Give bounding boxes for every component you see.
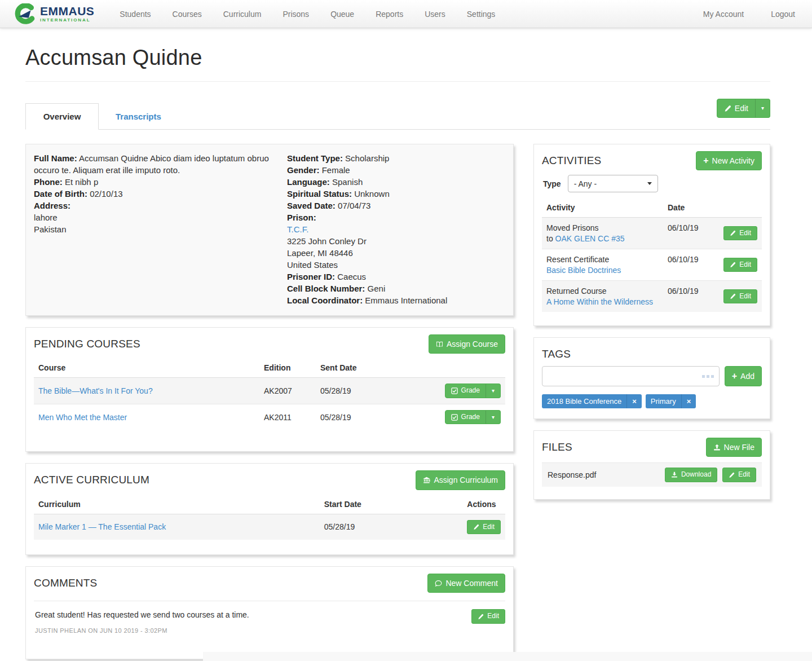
new-activity-label: New Activity xyxy=(712,156,754,166)
activities-panel: ACTIVITIES + New Activity Type - Any - xyxy=(533,144,770,326)
tags-panel: TAGS + Add 2018 Bible Conference × xyxy=(533,337,770,419)
files-panel: FILES New File Response.pdf xyxy=(533,430,770,500)
field-label-gender: Gender: xyxy=(287,165,320,175)
nav-item-queue[interactable]: Queue xyxy=(320,10,365,19)
grade-dropdown-toggle[interactable]: ▾ xyxy=(486,384,501,398)
files-title: FILES xyxy=(542,441,572,453)
prison-address-street: 3225 John Conley Dr xyxy=(287,236,367,246)
grade-label: Grade xyxy=(461,386,480,395)
course-link[interactable]: The Bible—What's In It For You? xyxy=(38,386,153,395)
activity-detail-link[interactable]: OAK GLEN CC #35 xyxy=(555,234,625,243)
pending-course-row: The Bible—What's In It For You? AK2007 0… xyxy=(34,378,505,404)
footer-edge xyxy=(203,652,812,661)
pending-courses-title: PENDING COURSES xyxy=(34,338,140,350)
field-value-prisoner-id: Caecus xyxy=(337,272,366,281)
new-comment-button[interactable]: New Comment xyxy=(427,574,505,593)
add-tag-button[interactable]: + Add xyxy=(725,366,762,386)
tag-remove-icon[interactable]: × xyxy=(681,394,696,408)
tab-transcripts[interactable]: Transcripts xyxy=(99,104,178,129)
activity-type-select[interactable]: - Any - xyxy=(568,175,658,192)
grade-dropdown-toggle[interactable]: ▾ xyxy=(486,410,501,425)
tag-input[interactable] xyxy=(542,366,720,386)
activity-date: 06/10/19 xyxy=(663,218,717,249)
tab-overview[interactable]: Overview xyxy=(25,103,99,130)
student-edit-dropdown-toggle[interactable]: ▾ xyxy=(755,99,770,118)
field-label-prisoner-id: Prisoner ID: xyxy=(287,272,335,281)
pencil-icon xyxy=(730,262,736,268)
comment-byline: JUSTIN PHELAN ON JUN 10 2019 - 3:02PM xyxy=(35,627,504,634)
comment-bubble-icon xyxy=(435,580,442,587)
activity-edit-button[interactable]: Edit xyxy=(723,226,757,241)
nav-item-students[interactable]: Students xyxy=(109,10,161,19)
grade-label: Grade xyxy=(461,413,480,422)
activity-detail-link[interactable]: A Home Within the Wilderness xyxy=(546,297,653,306)
tag-remove-icon[interactable]: × xyxy=(626,394,642,408)
activity-edit-button[interactable]: Edit xyxy=(723,258,757,272)
new-activity-button[interactable]: + New Activity xyxy=(696,151,762,170)
activity-edit-label: Edit xyxy=(739,292,751,301)
file-name: Response.pdf xyxy=(548,470,596,479)
brand-link[interactable]: EMMAUS INTERNATIONAL xyxy=(15,3,94,24)
nav-item-prisons[interactable]: Prisons xyxy=(272,10,320,19)
nav-item-my-account[interactable]: My Account xyxy=(690,10,757,19)
file-download-button[interactable]: Download xyxy=(665,468,717,482)
curriculum-link[interactable]: Mile Marker 1 — The Essential Pack xyxy=(38,522,166,531)
field-label-cell-block: Cell Block Number: xyxy=(287,284,365,293)
student-details-panel: Full Name: Accumsan Quidne Abico diam id… xyxy=(25,144,514,316)
activity-edit-button[interactable]: Edit xyxy=(723,289,757,304)
nav-item-courses[interactable]: Courses xyxy=(162,10,213,19)
course-link[interactable]: Men Who Met the Master xyxy=(38,413,127,422)
col-header-activity: Activity xyxy=(542,198,663,218)
pencil-icon xyxy=(473,524,479,530)
new-file-button[interactable]: New File xyxy=(706,438,762,457)
new-file-label: New File xyxy=(724,442,754,452)
activity-detail-link[interactable]: Basic Bible Doctrines xyxy=(546,266,621,275)
chevron-down-icon xyxy=(647,182,652,185)
tags-list: 2018 Bible Conference × Primary × xyxy=(542,394,762,408)
grade-button[interactable]: Grade xyxy=(445,410,486,425)
add-tag-label: Add xyxy=(740,371,754,381)
student-edit-button[interactable]: Edit xyxy=(717,99,756,118)
chevron-down-icon: ▾ xyxy=(492,415,495,420)
activities-table: Activity Date Moved Prisons to OAK GLEN … xyxy=(542,198,762,312)
activity-date: 06/10/19 xyxy=(663,249,717,281)
field-label-dob: Date of Birth: xyxy=(34,189,87,199)
pencil-icon xyxy=(478,614,484,620)
activity-title: Returned Course xyxy=(546,287,659,296)
field-value-local-coordinator: Emmaus International xyxy=(365,296,447,305)
col-header-start-date: Start Date xyxy=(320,495,463,514)
nav-item-logout[interactable]: Logout xyxy=(757,10,797,19)
tag-pill: 2018 Bible Conference × xyxy=(542,394,642,408)
assign-curriculum-button[interactable]: Assign Curriculum xyxy=(416,470,505,490)
new-comment-label: New Comment xyxy=(445,578,498,588)
curriculum-edit-button[interactable]: Edit xyxy=(467,520,501,535)
student-edit-label: Edit xyxy=(735,103,748,113)
field-label-student-type: Student Type: xyxy=(287,153,343,163)
nav-item-settings[interactable]: Settings xyxy=(456,10,506,19)
prison-link[interactable]: T.C.F. xyxy=(287,224,308,234)
assign-course-button[interactable]: Assign Course xyxy=(429,334,505,354)
nav-item-reports[interactable]: Reports xyxy=(365,10,414,19)
pending-courses-panel: PENDING COURSES Assign Course Course Edi… xyxy=(25,327,514,452)
pending-course-row: Men Who Met the Master AK2011 05/28/19 xyxy=(34,404,505,430)
prison-address-city: Lapeer, MI 48446 xyxy=(287,248,353,258)
field-label-spiritual-status: Spiritual Status: xyxy=(287,189,352,199)
pencil-icon xyxy=(730,230,736,236)
emmaus-logo-icon xyxy=(15,3,36,24)
assign-curriculum-label: Assign Curriculum xyxy=(434,475,498,485)
activity-detail-prefix: to xyxy=(546,234,555,243)
field-label-prison: Prison: xyxy=(287,213,316,222)
assign-course-label: Assign Course xyxy=(447,339,498,349)
pencil-icon xyxy=(729,472,735,478)
field-label-full-name: Full Name: xyxy=(34,153,77,163)
address-line-city: lahore xyxy=(34,213,58,222)
activity-date: 06/10/19 xyxy=(663,281,717,312)
file-edit-button[interactable]: Edit xyxy=(722,468,756,482)
field-value-gender: Female xyxy=(322,165,350,175)
activity-edit-label: Edit xyxy=(739,229,751,238)
comment-edit-button[interactable]: Edit xyxy=(471,609,505,624)
file-row: Response.pdf Download Edit xyxy=(542,462,762,487)
nav-item-curriculum[interactable]: Curriculum xyxy=(213,10,272,19)
nav-item-users[interactable]: Users xyxy=(414,10,456,19)
grade-button[interactable]: Grade xyxy=(445,384,486,398)
